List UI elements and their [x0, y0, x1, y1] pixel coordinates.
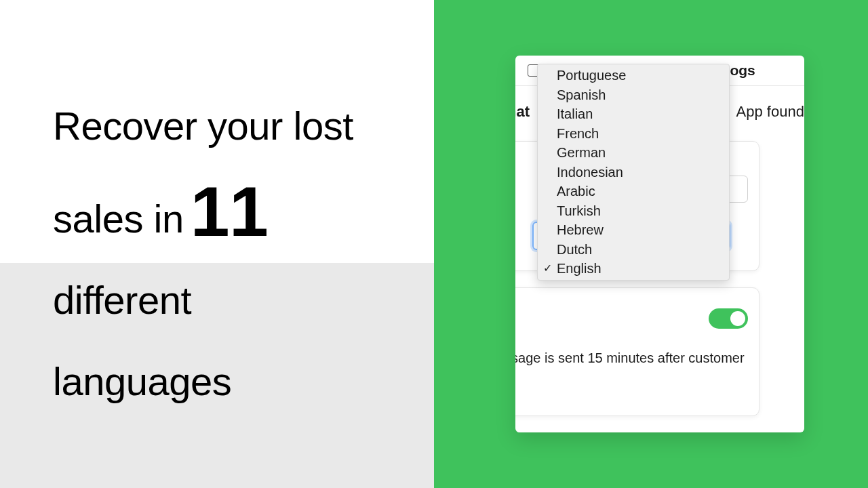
- language-option[interactable]: German: [538, 143, 729, 163]
- language-option[interactable]: Spanish: [538, 85, 729, 105]
- language-option[interactable]: French: [538, 124, 729, 144]
- language-option[interactable]: Turkish: [538, 201, 729, 221]
- language-option[interactable]: English: [538, 259, 729, 279]
- language-option[interactable]: Arabic: [538, 182, 729, 201]
- timing-description: essage is sent 15 minutes after customer: [515, 350, 745, 366]
- language-option[interactable]: Indonesian: [538, 163, 729, 182]
- language-option[interactable]: Hebrew: [538, 220, 729, 240]
- language-option[interactable]: Dutch: [538, 240, 729, 260]
- language-option[interactable]: Portuguese: [538, 66, 729, 85]
- marketing-headline: Recover your lost sales in11 different l…: [53, 102, 406, 439]
- enable-toggle[interactable]: [709, 308, 748, 329]
- language-option[interactable]: Italian: [538, 104, 729, 124]
- language-dropdown[interactable]: PortugueseSpanishItalianFrenchGermanIndo…: [537, 64, 730, 281]
- app-screenshot-window: Analytics Messages Logs hat App found, e…: [515, 56, 804, 432]
- truncated-heading-right: App found,: [736, 103, 804, 121]
- truncated-heading-left: hat: [515, 103, 530, 121]
- settings-card-timing: essage is sent 15 minutes after customer: [515, 287, 760, 416]
